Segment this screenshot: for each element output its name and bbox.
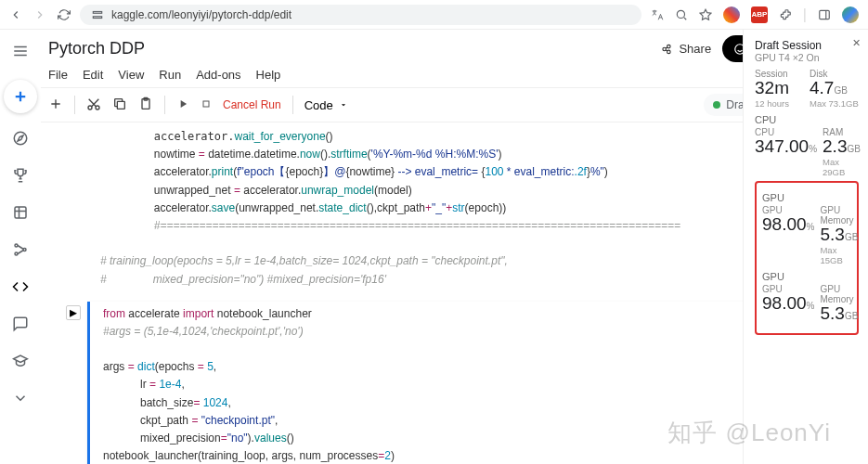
status-dot-icon	[713, 101, 720, 109]
ext-icon-abp[interactable]: ABP	[751, 6, 768, 23]
menu-icon[interactable]	[12, 43, 29, 63]
svg-point-10	[88, 106, 92, 110]
menu-run[interactable]: Run	[159, 66, 181, 84]
svg-point-4	[14, 132, 27, 145]
reload-icon[interactable]	[58, 8, 71, 21]
dataset-icon[interactable]	[12, 204, 29, 225]
panel-title: Draft Session	[755, 39, 859, 52]
run-cell-icon[interactable]: ▸	[66, 305, 81, 320]
svg-rect-1	[93, 16, 101, 18]
cancel-run-button[interactable]: Cancel Run	[223, 98, 281, 111]
svg-point-7	[15, 252, 18, 255]
learn-icon[interactable]	[12, 353, 29, 373]
svg-point-8	[23, 249, 26, 251]
translate-icon[interactable]	[651, 8, 664, 21]
svg-rect-5	[15, 207, 26, 218]
page-title: Pytorch DDP	[48, 39, 145, 58]
gpu-highlight-box: GPU GPU 98.00% GPU Memory 5.3GB Max 15GB…	[755, 181, 859, 335]
stop-icon[interactable]	[201, 98, 212, 112]
menu-view[interactable]: View	[118, 66, 144, 84]
svg-rect-15	[203, 101, 209, 107]
menu-edit[interactable]: Edit	[83, 66, 103, 84]
svg-rect-0	[93, 11, 101, 13]
forward-icon[interactable]	[33, 8, 46, 21]
menu-help[interactable]: Help	[256, 66, 281, 84]
menu-addons[interactable]: Add-ons	[196, 66, 240, 84]
discussions-icon[interactable]	[12, 316, 29, 336]
share-button[interactable]: Share	[660, 42, 711, 56]
svg-point-6	[15, 244, 18, 247]
svg-point-2	[677, 10, 684, 18]
back-icon[interactable]	[9, 8, 22, 21]
extensions-icon[interactable]	[779, 8, 792, 21]
sidepanel-icon[interactable]	[818, 8, 831, 21]
run-icon[interactable]	[176, 97, 189, 113]
site-info-icon[interactable]	[91, 8, 104, 21]
ext-icon-1[interactable]	[723, 6, 740, 23]
profile-icon[interactable]	[842, 6, 859, 23]
svg-point-11	[96, 106, 99, 110]
model-icon[interactable]	[12, 241, 29, 262]
cell-type-dropdown[interactable]: Code	[304, 98, 348, 112]
add-cell-icon[interactable]	[48, 97, 63, 114]
panel-subtitle: GPU T4 ×2 On	[755, 52, 859, 63]
close-icon[interactable]: ✕	[852, 37, 861, 49]
chevron-down-icon[interactable]	[12, 390, 29, 410]
svg-rect-12	[117, 101, 124, 109]
create-button[interactable]	[4, 80, 37, 113]
svg-rect-3	[820, 10, 830, 19]
session-panel: ✕ Draft Session GPU T4 ×2 On Session 32m…	[743, 30, 868, 464]
code-icon[interactable]	[12, 278, 29, 299]
zoom-icon[interactable]	[675, 8, 688, 21]
cut-icon[interactable]	[86, 97, 101, 114]
star-icon[interactable]	[699, 8, 712, 21]
menu-file[interactable]: File	[48, 66, 68, 84]
compass-icon[interactable]	[12, 130, 29, 150]
paste-icon[interactable]	[138, 97, 153, 114]
copy-icon[interactable]	[112, 97, 127, 114]
trophy-icon[interactable]	[12, 167, 29, 187]
url-bar[interactable]: kaggle.com/leonyiyi/pytorch-ddp/edit	[80, 5, 641, 25]
url-text: kaggle.com/leonyiyi/pytorch-ddp/edit	[111, 8, 291, 21]
